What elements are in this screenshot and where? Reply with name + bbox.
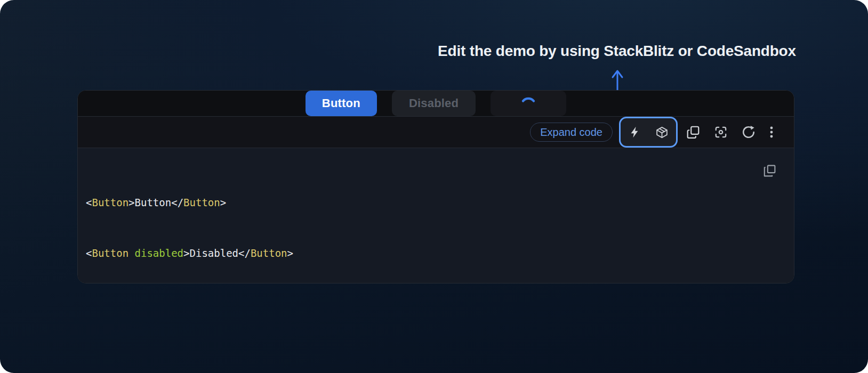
stackblitz-lightning-icon bbox=[629, 126, 641, 139]
code-line: <Button>Button</Button> bbox=[86, 194, 786, 212]
isolate-demo-button[interactable] bbox=[713, 124, 729, 140]
code-content: <Button>Button</Button> <Button disabled… bbox=[86, 161, 786, 283]
demo-toolbar: Expand code bbox=[78, 116, 794, 148]
code-block: <Button>Button</Button> <Button disabled… bbox=[78, 148, 794, 283]
copy-code-button[interactable] bbox=[685, 124, 701, 140]
isolate-focus-icon bbox=[714, 125, 728, 139]
copy-icon bbox=[686, 125, 700, 139]
codesandbox-button[interactable] bbox=[654, 124, 670, 140]
demo-preview: Button Disabled bbox=[78, 91, 794, 116]
expand-code-button[interactable]: Expand code bbox=[530, 123, 613, 142]
copy-icon bbox=[763, 164, 776, 177]
loading-spinner-icon bbox=[520, 95, 536, 111]
docs-page: Edit the demo by using StackBlitz or Cod… bbox=[0, 0, 868, 373]
more-kebab-icon bbox=[766, 125, 777, 139]
demo-primary-button[interactable]: Button bbox=[306, 91, 377, 116]
annotation-caption: Edit the demo by using StackBlitz or Cod… bbox=[433, 43, 801, 60]
refresh-icon bbox=[742, 125, 756, 139]
codesandbox-cube-icon bbox=[655, 126, 669, 139]
edit-online-highlight-box bbox=[619, 117, 678, 148]
refresh-demo-button[interactable] bbox=[741, 124, 757, 140]
stackblitz-button[interactable] bbox=[627, 124, 643, 140]
demo-loading-button[interactable] bbox=[491, 91, 566, 116]
copy-snippet-button[interactable] bbox=[762, 163, 777, 178]
demo-card: Button Disabled Expand code bbox=[77, 90, 794, 283]
demo-disabled-button: Disabled bbox=[392, 91, 476, 116]
code-line: <Button disabled>Disabled</Button> bbox=[86, 245, 786, 262]
more-actions-button[interactable] bbox=[767, 124, 776, 140]
